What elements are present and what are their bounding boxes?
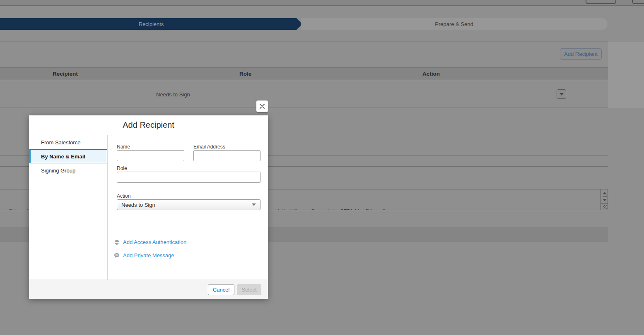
action-dropdown[interactable]: Needs to Sign <box>117 199 260 210</box>
email-label: Email Address <box>193 144 225 150</box>
add-recipient-modal: Add Recipient From Salesforce By Name & … <box>29 115 268 299</box>
column-header-action: Action <box>422 71 440 77</box>
role-label: Role <box>117 165 127 171</box>
wizard-step-prepare-send[interactable]: Prepare & Send <box>301 18 608 30</box>
column-header-role: Role <box>239 71 251 77</box>
shield-icon <box>114 239 120 245</box>
modal-body: From Salesforce By Name & Email Signing … <box>29 135 268 280</box>
textarea-scrollbar[interactable] <box>601 189 608 210</box>
name-field[interactable] <box>117 150 184 161</box>
action-dropdown-value: Needs to Sign <box>121 202 155 208</box>
name-label: Name <box>117 144 130 150</box>
clipped-text-fragment: …ichkeit über … Sie nach der SEPA-M… fül… <box>273 208 390 210</box>
scroll-down-icon[interactable] <box>603 199 607 201</box>
cancel-button[interactable]: Cancel <box>208 284 234 295</box>
recipient-role-value: Needs to Sign <box>156 91 190 98</box>
add-private-message-link[interactable]: Add Private Message <box>114 252 174 258</box>
table-row: Needs to Sign <box>0 80 608 108</box>
clipped-toolbar-button[interactable] <box>586 0 616 4</box>
chevron-down-icon <box>560 93 564 96</box>
column-header-recipient: Recipient <box>53 71 78 77</box>
wizard-step-recipients[interactable]: Recipients <box>0 18 302 30</box>
top-toolbar-clipped <box>0 0 644 6</box>
modal-close-button[interactable] <box>256 100 268 112</box>
action-label: Action <box>117 193 130 199</box>
wizard-step-label: Recipients <box>139 21 164 27</box>
tab-signing-group[interactable]: Signing Group <box>29 163 107 177</box>
select-button[interactable]: Select <box>237 284 261 295</box>
modal-footer: Cancel Select <box>29 280 268 299</box>
link-label: Add Access Authentication <box>123 239 186 245</box>
tab-from-salesforce[interactable]: From Salesforce <box>29 135 107 149</box>
resize-grip-icon <box>603 205 607 209</box>
page-margin <box>608 42 644 108</box>
scroll-up-icon[interactable] <box>603 192 607 194</box>
role-field[interactable] <box>117 172 260 183</box>
chevron-down-icon <box>252 203 256 206</box>
section-divider <box>0 41 608 42</box>
row-action-menu-button[interactable] <box>557 89 566 99</box>
modal-title: Add Recipient <box>29 115 268 135</box>
scrollbar-thumb[interactable] <box>603 196 607 197</box>
recipients-table-header: Recipient Role Action <box>0 67 608 80</box>
clipped-toolbar-button[interactable] <box>632 0 644 4</box>
modal-sidebar: From Salesforce By Name & Email Signing … <box>29 135 108 280</box>
link-label: Add Private Message <box>123 252 174 258</box>
add-access-authentication-link[interactable]: Add Access Authentication <box>114 239 186 245</box>
recipient-form: Name Email Address Role Action Needs to … <box>108 135 268 280</box>
tab-by-name-email[interactable]: By Name & Email <box>29 149 107 163</box>
add-recipient-button[interactable]: Add Recipient <box>560 48 602 60</box>
email-field[interactable] <box>193 150 260 161</box>
resize-handle[interactable] <box>601 203 608 210</box>
wizard-step-label: Prepare & Send <box>435 21 473 27</box>
message-icon <box>114 253 120 258</box>
close-icon <box>259 103 265 109</box>
wizard-progress-bar: Recipients Prepare & Send <box>0 18 608 30</box>
